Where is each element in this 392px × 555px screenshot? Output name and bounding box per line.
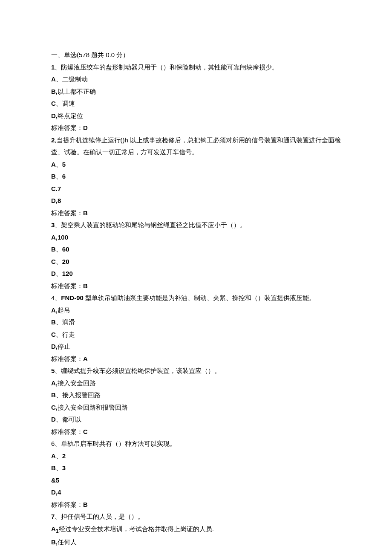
answer-value: C <box>83 428 88 435</box>
answer-label: 标准答案： <box>51 282 83 289</box>
option-label: C <box>51 258 56 265</box>
option-text: 120 <box>62 270 73 277</box>
option-sep: 、 <box>56 464 62 471</box>
option-1B: B,以上都不正确 <box>51 86 341 98</box>
option-1A: A、二级制动 <box>51 73 341 86</box>
option-sep: 、 <box>56 270 62 277</box>
option-text: 3 <box>62 464 66 471</box>
option-label: C <box>51 404 56 411</box>
answer-label: 标准答案： <box>51 124 83 131</box>
question-text: 、架空乘人装置的驱动轮和尾轮与钢丝绳直径之比值不应小于（）。 <box>55 221 246 228</box>
option-4D: D,停止 <box>51 341 341 353</box>
option-label: C <box>51 100 56 107</box>
option-4A: A,起吊 <box>51 304 341 317</box>
option-6C: &5 <box>51 474 341 487</box>
option-5B: B、接入报警回路 <box>51 389 341 402</box>
option-text: 终点定位 <box>58 112 83 119</box>
option-label: C <box>51 185 56 192</box>
option-7B: B,任何人 <box>51 536 341 549</box>
option-text: 接入安全回路 <box>58 379 96 387</box>
option-sep: 、 <box>56 391 62 399</box>
option-text: 停止 <box>58 343 70 350</box>
option-text: 4 <box>58 489 61 496</box>
answer-2: 标准答案：B <box>51 207 341 220</box>
option-1C: C、调速 <box>51 98 341 110</box>
option-label: B <box>51 391 56 399</box>
question-text: 、缠绕式提升绞车必须设置松绳保护装置，该装置应（）。 <box>55 367 221 374</box>
option-sub: 1 <box>56 528 59 534</box>
option-label: D <box>51 197 56 204</box>
option-6A: A、2 <box>51 450 341 462</box>
option-6D: D,4 <box>51 486 341 499</box>
option-label: C <box>51 331 56 338</box>
option-3D: D、120 <box>51 268 341 280</box>
answer-value: D <box>83 124 88 131</box>
option-label: B <box>51 173 56 180</box>
option-text: 经过专业安全技术培训，考试合格并取得上岗证的人员. <box>59 525 214 532</box>
answer-value: B <box>83 501 88 508</box>
question-text: 、担任信号工的人员，是（）。 <box>55 513 144 520</box>
option-text: 都可以 <box>62 416 81 423</box>
option-label: D <box>51 489 56 496</box>
answer-6: 标准答案：B <box>51 499 341 511</box>
option-text: 2 <box>62 452 66 460</box>
option-3C: C、20 <box>51 256 341 268</box>
option-label: D <box>51 270 56 277</box>
question-4: 4、FND-90 型单轨吊辅助油泵主要功能是为补油、制动、夹紧、操控和（）装置提… <box>51 292 341 304</box>
answer-1: 标准答案：D <box>51 122 341 134</box>
option-3A: A,100 <box>51 231 341 244</box>
option-2B: B、6 <box>51 171 341 183</box>
option-label: B <box>51 538 56 546</box>
option-5A: A,接入安全回路 <box>51 377 341 390</box>
option-label: D <box>51 416 56 423</box>
option-label: A <box>51 452 56 460</box>
question-suffix: 型单轨吊辅助油泵主要功能是为补油、制动、夹紧、操控和（）装置提供液压能。 <box>84 294 315 301</box>
answer-4: 标准答案：A <box>51 353 341 365</box>
option-sep: 、 <box>56 416 62 423</box>
option-text: 行走 <box>62 331 75 338</box>
option-7A: A1经过专业安全技术培训，考试合格并取得上岗证的人员. <box>51 523 341 537</box>
option-text: 20 <box>62 258 69 265</box>
option-sep: 、 <box>56 258 62 265</box>
option-label: D <box>51 112 56 119</box>
question-7: 7、担任信号工的人员，是（）。 <box>51 511 341 523</box>
option-label: A <box>51 306 56 314</box>
option-label: A <box>51 379 56 387</box>
option-text: 60 <box>62 246 69 253</box>
option-label: B <box>51 246 56 253</box>
question-2: 2,当提升机连续停止运行()h 以上或事故检修后，总把钩工必须对所用的信号装置和… <box>51 134 341 159</box>
option-sep: 、 <box>56 173 62 180</box>
option-label: A <box>51 525 56 532</box>
option-sep: 、 <box>56 331 62 338</box>
answer-label: 标准答案： <box>51 501 83 508</box>
option-label: B <box>51 318 56 326</box>
option-text: 接入报警回路 <box>62 391 101 399</box>
answer-value: B <box>83 209 88 217</box>
question-text: 、防爆液压绞车的盘形制动器只用于（）和保险制动，其性能可靠闸块摩损少。 <box>55 64 278 71</box>
option-label: B <box>51 464 56 471</box>
option-text: 5 <box>56 477 59 484</box>
answer-label: 标准答案： <box>51 209 83 217</box>
option-text: 100 <box>58 234 68 241</box>
option-4C: C、行走 <box>51 329 341 341</box>
option-text: 7 <box>58 185 61 192</box>
option-sep: 、 <box>56 100 62 107</box>
question-prefix: 、 <box>55 294 61 301</box>
option-label: A <box>51 161 56 168</box>
question-3: 3、架空乘人装置的驱动轮和尾轮与钢丝绳直径之比值不应小于（）。 <box>51 219 341 231</box>
option-4B: B、润滑 <box>51 316 341 329</box>
option-text: 8 <box>58 197 61 204</box>
option-6B: B、3 <box>51 462 341 474</box>
option-text: 二级制动 <box>62 75 88 83</box>
option-label: A <box>51 75 56 83</box>
option-text: 接入安全回路和报警回路 <box>58 404 128 411</box>
answer-value: A <box>83 355 88 362</box>
question-1: 1、防爆液压绞车的盘形制动器只用于（）和保险制动，其性能可靠闸块摩损少。 <box>51 61 341 74</box>
option-text: 6 <box>62 173 66 180</box>
option-2C: C.7 <box>51 183 341 195</box>
option-3B: B、60 <box>51 243 341 256</box>
question-text: ,当提升机连续停止运行()h 以上或事故检修后，总把钩工必须对所用的信号装置和通… <box>51 136 341 156</box>
question-6: 6、单轨吊启车时共有（）种方法可以实现。 <box>51 438 341 450</box>
answer-label: 标准答案： <box>51 428 83 435</box>
option-sep: 、 <box>56 452 62 460</box>
